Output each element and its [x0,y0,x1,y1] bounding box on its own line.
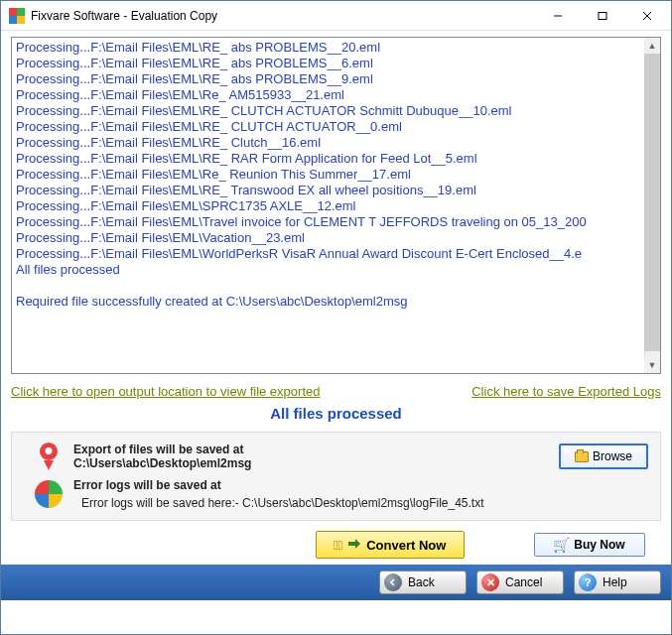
cancel-button[interactable]: ✕ Cancel [476,571,564,594]
cart-icon: 🛒 [553,537,570,553]
log-line: Processing...F:\Email Files\EML\RE_ CLUT… [16,119,656,135]
back-button[interactable]: Back [379,571,467,594]
footer-bar: Back ✕ Cancel ? Help [1,565,671,600]
location-pin-icon [38,443,60,470]
log-line: Processing...F:\Email Files\EML\RE_ CLUT… [16,103,656,119]
log-line: Required file successfully created at C:… [16,294,656,310]
close-button[interactable] [624,1,669,30]
open-output-link[interactable]: Click here to open output location to vi… [11,384,320,399]
buy-label: Buy Now [574,538,624,552]
window-title: Fixvare Software - Evaluation Copy [31,9,535,23]
buy-now-button[interactable]: 🛒 Buy Now [534,533,645,557]
export-path-heading: Export of files will be saved at [73,443,243,456]
log-line: Processing...F:\Email Files\EML\RE_ Clut… [16,135,656,151]
convert-label: Convert Now [366,538,446,553]
minimize-button[interactable] [535,1,580,30]
scroll-up-button[interactable]: ▲ [644,38,660,54]
log-line [16,278,656,294]
help-button[interactable]: ? Help [574,571,661,594]
convert-icon: �⃝ [334,538,343,553]
scroll-down-button[interactable]: ▼ [644,357,660,373]
settings-panel: Export of files will be saved at C:\User… [11,432,661,521]
browse-label: Browse [593,449,632,463]
svg-rect-2 [9,16,17,24]
folder-icon [575,451,589,462]
maximize-button[interactable] [580,1,624,30]
log-line: Processing...F:\Email Files\EML\WorldPer… [16,246,656,262]
help-label: Help [603,575,627,589]
help-icon: ? [579,573,597,591]
svg-rect-3 [17,16,25,24]
export-path-value: C:\Users\abc\Desktop\eml2msg [73,456,251,470]
log-line: Processing...F:\Email Files\EML\Travel i… [16,214,656,230]
scrollbar-thumb[interactable] [644,54,660,351]
status-message: All files processed [11,405,661,432]
log-line: Processing...F:\Email Files\EML\RE_ Tran… [16,183,656,198]
log-line: Processing...F:\Email Files\EML\Vacation… [16,230,656,246]
convert-icon [346,537,362,553]
svg-rect-1 [17,8,25,16]
svg-rect-0 [9,8,17,16]
log-line: Processing...F:\Email Files\EML\RE_ abs … [16,71,656,87]
log-line: Processing...F:\Email Files\EML\RE_ abs … [16,40,656,56]
error-log-detail: Error logs will be saved here:- C:\Users… [73,492,648,510]
back-icon [384,573,402,591]
log-output[interactable]: Processing...F:\Email Files\EML\RE_ abs … [11,37,661,374]
error-log-heading: Error logs will be saved at [73,478,221,492]
svg-rect-4 [599,12,606,19]
save-logs-link[interactable]: Click here to save Exported Logs [471,384,661,399]
cancel-label: Cancel [505,575,542,589]
log-line: All files processed [16,262,656,278]
app-icon [9,8,25,24]
log-line: Processing...F:\Email Files\EML\Re_ Reun… [16,167,656,183]
back-label: Back [408,575,435,589]
scrollbar-track[interactable]: ▲ ▼ [644,38,660,373]
log-line: Processing...F:\Email Files\EML\SPRC1735… [16,198,656,214]
convert-now-button[interactable]: �⃝ Convert Now [316,531,465,559]
log-line: Processing...F:\Email Files\EML\RE_ abs … [16,56,656,71]
browse-button[interactable]: Browse [559,444,648,469]
color-wheel-icon [35,480,63,508]
log-line: Processing...F:\Email Files\EML\Re_ AM51… [16,87,656,103]
titlebar: Fixvare Software - Evaluation Copy [1,1,671,31]
log-line: Processing...F:\Email Files\EML\RE_ RAR … [16,151,656,167]
cancel-icon: ✕ [481,573,499,591]
